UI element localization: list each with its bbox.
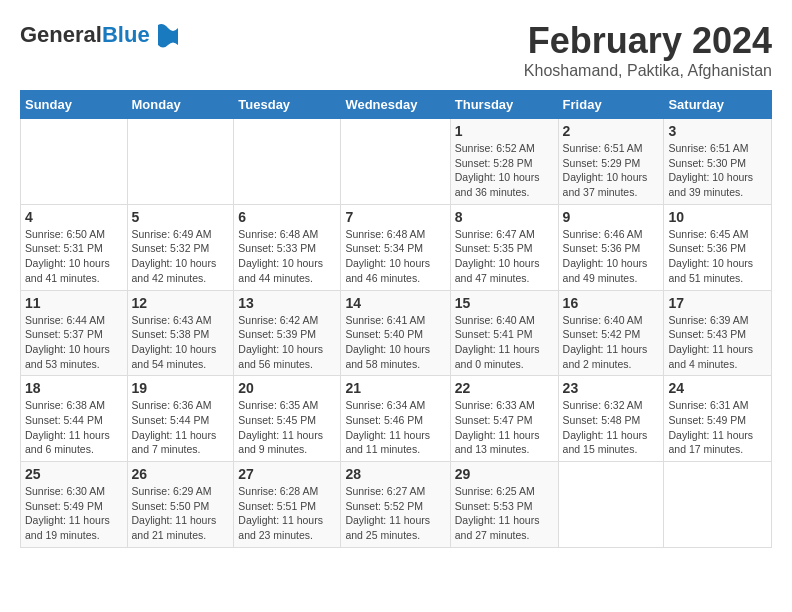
day-number: 29 [455,466,554,482]
calendar-cell: 13Sunrise: 6:42 AM Sunset: 5:39 PM Dayli… [234,290,341,376]
day-info: Sunrise: 6:40 AM Sunset: 5:41 PM Dayligh… [455,313,554,372]
day-info: Sunrise: 6:36 AM Sunset: 5:44 PM Dayligh… [132,398,230,457]
day-info: Sunrise: 6:44 AM Sunset: 5:37 PM Dayligh… [25,313,123,372]
day-number: 6 [238,209,336,225]
logo: GeneralBlue [20,20,183,50]
calendar-cell: 11Sunrise: 6:44 AM Sunset: 5:37 PM Dayli… [21,290,128,376]
calendar-cell: 16Sunrise: 6:40 AM Sunset: 5:42 PM Dayli… [558,290,664,376]
day-number: 23 [563,380,660,396]
weekday-header-sunday: Sunday [21,91,128,119]
day-info: Sunrise: 6:52 AM Sunset: 5:28 PM Dayligh… [455,141,554,200]
calendar-cell [127,119,234,205]
day-info: Sunrise: 6:33 AM Sunset: 5:47 PM Dayligh… [455,398,554,457]
calendar-cell: 7Sunrise: 6:48 AM Sunset: 5:34 PM Daylig… [341,204,450,290]
day-info: Sunrise: 6:29 AM Sunset: 5:50 PM Dayligh… [132,484,230,543]
day-info: Sunrise: 6:46 AM Sunset: 5:36 PM Dayligh… [563,227,660,286]
calendar-cell: 24Sunrise: 6:31 AM Sunset: 5:49 PM Dayli… [664,376,772,462]
week-row-1: 1Sunrise: 6:52 AM Sunset: 5:28 PM Daylig… [21,119,772,205]
day-number: 17 [668,295,767,311]
day-number: 22 [455,380,554,396]
calendar-cell: 28Sunrise: 6:27 AM Sunset: 5:52 PM Dayli… [341,462,450,548]
day-info: Sunrise: 6:35 AM Sunset: 5:45 PM Dayligh… [238,398,336,457]
calendar-cell: 19Sunrise: 6:36 AM Sunset: 5:44 PM Dayli… [127,376,234,462]
calendar-cell [664,462,772,548]
day-info: Sunrise: 6:41 AM Sunset: 5:40 PM Dayligh… [345,313,445,372]
weekday-header-wednesday: Wednesday [341,91,450,119]
calendar-cell [234,119,341,205]
day-info: Sunrise: 6:27 AM Sunset: 5:52 PM Dayligh… [345,484,445,543]
calendar-cell: 27Sunrise: 6:28 AM Sunset: 5:51 PM Dayli… [234,462,341,548]
day-info: Sunrise: 6:43 AM Sunset: 5:38 PM Dayligh… [132,313,230,372]
calendar-cell: 25Sunrise: 6:30 AM Sunset: 5:49 PM Dayli… [21,462,128,548]
calendar-cell: 21Sunrise: 6:34 AM Sunset: 5:46 PM Dayli… [341,376,450,462]
day-number: 20 [238,380,336,396]
calendar-cell: 17Sunrise: 6:39 AM Sunset: 5:43 PM Dayli… [664,290,772,376]
calendar-cell: 29Sunrise: 6:25 AM Sunset: 5:53 PM Dayli… [450,462,558,548]
day-number: 12 [132,295,230,311]
calendar-cell [558,462,664,548]
logo-blue-text: Blue [102,22,150,47]
day-number: 5 [132,209,230,225]
week-row-3: 11Sunrise: 6:44 AM Sunset: 5:37 PM Dayli… [21,290,772,376]
calendar-cell: 9Sunrise: 6:46 AM Sunset: 5:36 PM Daylig… [558,204,664,290]
day-info: Sunrise: 6:32 AM Sunset: 5:48 PM Dayligh… [563,398,660,457]
day-number: 10 [668,209,767,225]
calendar-cell: 6Sunrise: 6:48 AM Sunset: 5:33 PM Daylig… [234,204,341,290]
calendar-cell: 2Sunrise: 6:51 AM Sunset: 5:29 PM Daylig… [558,119,664,205]
calendar-cell [341,119,450,205]
day-number: 2 [563,123,660,139]
day-number: 18 [25,380,123,396]
day-number: 14 [345,295,445,311]
day-number: 3 [668,123,767,139]
week-row-2: 4Sunrise: 6:50 AM Sunset: 5:31 PM Daylig… [21,204,772,290]
day-info: Sunrise: 6:47 AM Sunset: 5:35 PM Dayligh… [455,227,554,286]
day-info: Sunrise: 6:40 AM Sunset: 5:42 PM Dayligh… [563,313,660,372]
day-info: Sunrise: 6:51 AM Sunset: 5:29 PM Dayligh… [563,141,660,200]
weekday-header-saturday: Saturday [664,91,772,119]
calendar-cell: 4Sunrise: 6:50 AM Sunset: 5:31 PM Daylig… [21,204,128,290]
logo-general-text: General [20,22,102,47]
day-number: 26 [132,466,230,482]
day-info: Sunrise: 6:51 AM Sunset: 5:30 PM Dayligh… [668,141,767,200]
weekday-header-monday: Monday [127,91,234,119]
calendar-cell: 20Sunrise: 6:35 AM Sunset: 5:45 PM Dayli… [234,376,341,462]
day-number: 1 [455,123,554,139]
logo-icon [153,20,183,50]
day-number: 16 [563,295,660,311]
weekday-header-friday: Friday [558,91,664,119]
day-number: 13 [238,295,336,311]
calendar-cell: 3Sunrise: 6:51 AM Sunset: 5:30 PM Daylig… [664,119,772,205]
calendar-cell: 8Sunrise: 6:47 AM Sunset: 5:35 PM Daylig… [450,204,558,290]
month-title: February 2024 [524,20,772,62]
day-info: Sunrise: 6:34 AM Sunset: 5:46 PM Dayligh… [345,398,445,457]
page-header: GeneralBlue February 2024 Khoshamand, Pa… [20,20,772,80]
day-number: 11 [25,295,123,311]
weekday-header-thursday: Thursday [450,91,558,119]
day-number: 15 [455,295,554,311]
day-number: 19 [132,380,230,396]
weekday-header-tuesday: Tuesday [234,91,341,119]
day-info: Sunrise: 6:45 AM Sunset: 5:36 PM Dayligh… [668,227,767,286]
week-row-4: 18Sunrise: 6:38 AM Sunset: 5:44 PM Dayli… [21,376,772,462]
day-info: Sunrise: 6:42 AM Sunset: 5:39 PM Dayligh… [238,313,336,372]
calendar-cell: 14Sunrise: 6:41 AM Sunset: 5:40 PM Dayli… [341,290,450,376]
day-info: Sunrise: 6:50 AM Sunset: 5:31 PM Dayligh… [25,227,123,286]
day-info: Sunrise: 6:48 AM Sunset: 5:33 PM Dayligh… [238,227,336,286]
day-info: Sunrise: 6:30 AM Sunset: 5:49 PM Dayligh… [25,484,123,543]
day-info: Sunrise: 6:49 AM Sunset: 5:32 PM Dayligh… [132,227,230,286]
day-info: Sunrise: 6:31 AM Sunset: 5:49 PM Dayligh… [668,398,767,457]
calendar-cell: 15Sunrise: 6:40 AM Sunset: 5:41 PM Dayli… [450,290,558,376]
day-number: 25 [25,466,123,482]
calendar-cell: 12Sunrise: 6:43 AM Sunset: 5:38 PM Dayli… [127,290,234,376]
day-number: 8 [455,209,554,225]
calendar-cell: 18Sunrise: 6:38 AM Sunset: 5:44 PM Dayli… [21,376,128,462]
day-number: 7 [345,209,445,225]
calendar-cell: 23Sunrise: 6:32 AM Sunset: 5:48 PM Dayli… [558,376,664,462]
day-number: 27 [238,466,336,482]
day-number: 9 [563,209,660,225]
day-info: Sunrise: 6:39 AM Sunset: 5:43 PM Dayligh… [668,313,767,372]
calendar-cell: 1Sunrise: 6:52 AM Sunset: 5:28 PM Daylig… [450,119,558,205]
calendar-cell: 5Sunrise: 6:49 AM Sunset: 5:32 PM Daylig… [127,204,234,290]
day-number: 24 [668,380,767,396]
day-info: Sunrise: 6:38 AM Sunset: 5:44 PM Dayligh… [25,398,123,457]
